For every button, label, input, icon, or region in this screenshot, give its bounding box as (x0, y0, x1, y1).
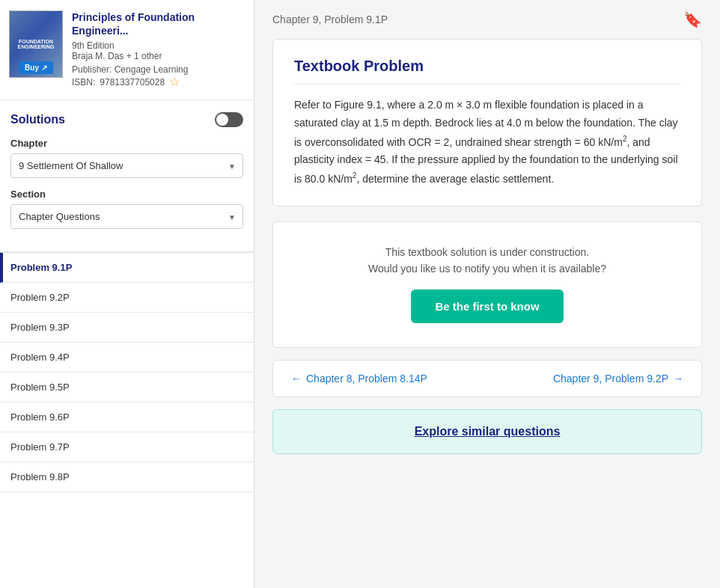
main-content: Chapter 9, Problem 9.1P 🔖 Textbook Probl… (254, 0, 720, 588)
bookmark-icon[interactable]: 🔖 (683, 10, 702, 28)
chapter-select-wrapper: 9 Settlement Of Shallow (10, 153, 243, 178)
solution-notice-text: This textbook solution is under construc… (291, 246, 683, 258)
explore-banner[interactable]: Explore similar questions (272, 409, 702, 454)
explore-link[interactable]: Explore similar questions (415, 425, 561, 438)
problem-item[interactable]: Problem 9.5P (0, 373, 254, 402)
problem-item[interactable]: Problem 9.7P (0, 432, 254, 462)
nav-problems: ← Chapter 8, Problem 8.14P Chapter 9, Pr… (272, 360, 702, 397)
toggle-knob (216, 114, 228, 126)
book-title: Principles of Foundation Engineeri... (72, 10, 245, 37)
book-cover: FOUNDATIONENGINEERING Buy ↗ (9, 10, 63, 78)
solution-notice: This textbook solution is under construc… (272, 221, 702, 348)
problem-item[interactable]: Problem 9.1P (0, 253, 254, 283)
textbook-problem-card: Textbook Problem Refer to Figure 9.1, wh… (272, 39, 702, 206)
book-author: Braja M. Das + 1 other (72, 51, 245, 61)
problem-list: Problem 9.1PProblem 9.2PProblem 9.3PProb… (0, 252, 254, 492)
section-select[interactable]: Chapter Questions (10, 204, 243, 229)
next-problem-link[interactable]: Chapter 9, Problem 9.2P → (553, 373, 683, 385)
notify-button[interactable]: Be the first to know (411, 290, 563, 323)
prev-problem-link[interactable]: ← Chapter 8, Problem 8.14P (291, 373, 427, 385)
toggle-switch[interactable] (215, 112, 243, 127)
solutions-header: Solutions (10, 112, 243, 127)
book-publisher: Publisher: Cengage Learning (72, 64, 245, 75)
book-header: FOUNDATIONENGINEERING Buy ↗ Principles o… (0, 0, 254, 100)
solution-notice-question: Would you like us to notify you when it … (291, 263, 683, 275)
buy-label: Buy (25, 64, 39, 72)
arrow-right-icon: → (673, 373, 683, 385)
solutions-title: Solutions (10, 113, 65, 126)
solutions-panel: Solutions Chapter 9 Settlement Of Shallo… (0, 100, 254, 252)
buy-button[interactable]: Buy ↗ (19, 61, 53, 74)
section-label: Section (10, 189, 243, 200)
book-isbn: ISBN: 9781337705028 ☆ (72, 75, 245, 89)
isbn-label: ISBN: (72, 77, 95, 88)
problem-item[interactable]: Problem 9.8P (0, 462, 254, 492)
star-icon[interactable]: ☆ (169, 75, 180, 89)
problem-item[interactable]: Problem 9.6P (0, 402, 254, 432)
chapter-breadcrumb: Chapter 9, Problem 9.1P (272, 13, 388, 25)
isbn-value: 9781337705028 (100, 77, 165, 88)
problem-item[interactable]: Problem 9.2P (0, 283, 254, 313)
problem-text-1: Refer to Figure 9.1, where a 2.0 m × 3.0… (294, 99, 678, 147)
chapter-select[interactable]: 9 Settlement Of Shallow (10, 153, 243, 178)
chapter-label: Chapter (10, 138, 243, 149)
prev-problem-label: Chapter 8, Problem 8.14P (306, 373, 427, 385)
book-edition: 9th Edition (72, 40, 245, 51)
textbook-problem-body: Refer to Figure 9.1, where a 2.0 m × 3.0… (294, 97, 680, 188)
app-container: FOUNDATIONENGINEERING Buy ↗ Principles o… (0, 0, 720, 588)
problem-item[interactable]: Problem 9.3P (0, 313, 254, 343)
textbook-problem-title: Textbook Problem (294, 58, 680, 85)
section-select-wrapper: Chapter Questions (10, 204, 243, 229)
sidebar: FOUNDATIONENGINEERING Buy ↗ Principles o… (0, 0, 254, 588)
external-link-icon: ↗ (41, 64, 47, 72)
next-problem-label: Chapter 9, Problem 9.2P (553, 373, 668, 385)
content-header: Chapter 9, Problem 9.1P 🔖 (254, 0, 720, 39)
arrow-left-icon: ← (291, 373, 302, 385)
problem-text-3: , determine the average elastic settleme… (356, 173, 554, 185)
book-info: Principles of Foundation Engineeri... 9t… (72, 10, 245, 89)
problem-item[interactable]: Problem 9.4P (0, 343, 254, 373)
